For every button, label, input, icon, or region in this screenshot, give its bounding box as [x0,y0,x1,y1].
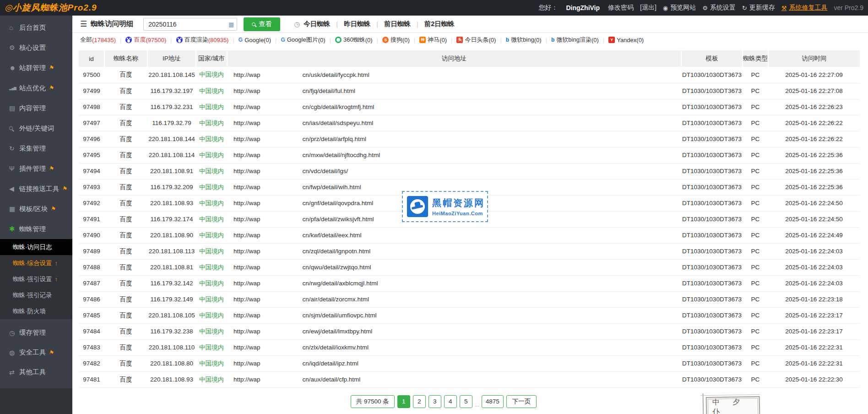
sidebar-item-templates-blocks[interactable]: ▦模板/区块⚑ [0,199,72,219]
cell-spider-name: 百度 [104,195,147,211]
filter-all[interactable]: 全部(178435) [80,36,116,44]
sidebar-subitem-spider-firewall[interactable]: 蜘蛛·防火墙 [0,303,72,319]
quick-link-0[interactable]: 今日蜘蛛 [304,20,330,28]
cell-spider-name: 百度 [104,291,147,307]
clock-icon: ◷ [294,20,300,28]
sidebar-subitem-spider-force-settings[interactable]: 蜘蛛·强引设置↑ [0,271,72,287]
sidebar-item-content-manage[interactable]: ▤内容管理 [0,98,72,118]
cell-spider-name: 百度 [104,323,147,339]
sidebar-item-core-settings[interactable]: ⚙核心设置 [0,38,72,58]
sidebar-item-site-optimize[interactable]: ▂▄▆站点优化⚑ [0,78,72,98]
greeting-text: 您好： [538,4,558,12]
cell-region: 中国境内 [196,307,227,323]
logout-link[interactable]: [退出] [640,4,656,12]
cell-template: DT1030/1030DT3673 [681,339,743,355]
cell-spider-type: PC [743,67,768,83]
cell-url: http://wapcn/aux/detail/cfp.html [227,371,681,387]
cell-spider-type: PC [743,227,768,243]
date-input[interactable] [143,18,237,31]
url-prefix: http://wap [233,376,260,383]
sidebar-item-collect-manage[interactable]: ↻采集管理 [0,138,72,158]
page-button-3[interactable]: 3 [429,395,441,408]
cell-spider-name: 百度 [104,227,147,243]
filter-baidu-render[interactable]: 百度渲染(80935) [176,36,229,44]
page-button-4[interactable]: 4 [444,395,457,408]
sidebar-item-other-tools[interactable]: ⇄其他工具 [0,362,72,382]
cell-template: DT1030/1030DT3673 [681,99,743,115]
repair-tool-link[interactable]: ⚒ 系统修复工具 [781,4,828,12]
stamp-watermark: 中 夕 仆 [706,396,760,414]
url-prefix: http://wap [233,328,260,335]
user-icon: ☻ [9,64,19,71]
view-button[interactable]: 查看 [244,17,280,31]
sidebar-item-plugin-manage[interactable]: Ψ插件管理⚑ [0,158,72,179]
filter-shenma[interactable]: 神神马(0) [419,36,447,44]
sidebar-item-label: 后台首页 [19,23,46,32]
list-icon: ☰ [80,19,87,29]
page-title: 蜘蛛访问明细 [91,19,133,29]
filter-bar: 全部(178435)|百度(97500)|百度渲染(80935)|GGoogle… [72,33,868,47]
filter-google[interactable]: GGoogle(0) [239,37,271,44]
change-password-link[interactable]: 修改密码 [608,4,634,12]
url-prefix: http://wap [233,216,260,223]
sidebar-item-site-group[interactable]: ☻站群管理⚑ [0,58,72,78]
page-button-2[interactable]: 2 [413,395,426,408]
quick-link-1[interactable]: 昨日蜘蛛 [344,20,370,28]
url-prefix: http://wap [233,104,260,110]
url-prefix: http://wap [233,120,260,126]
sidebar-item-link-push-tools[interactable]: ◀链接推送工具⚑ [0,179,72,199]
sidebar-subitem-spider-force-records[interactable]: 蜘蛛·强引记录 [0,287,72,303]
filter-360-spider[interactable]: 360蜘蛛(0) [335,36,373,44]
preview-site-link[interactable]: ◉ 预览网站 [663,4,696,12]
cell-ip: 220.181.108.105 [147,307,196,323]
sidebar-item-label: 外链/关键词 [19,124,54,133]
cell-region: 中国境内 [196,67,227,83]
filter-baidu[interactable]: 百度(97500) [125,36,166,44]
sidebar-item-security-tools[interactable]: ◍安全工具⚑ [0,343,72,362]
table-row: 97487百度116.179.32.142中国境内http://wapcn/rw… [79,275,860,291]
cell-time: 2025-01-16 22:24:49 [768,227,860,243]
sidebar-item-cache-manage[interactable]: ◷缓存管理 [0,323,72,343]
sidebar-item-spider-manage[interactable]: ✱蜘蛛管理 [0,219,72,239]
page-button-4875[interactable]: 4875 [482,395,504,408]
table-row: 97481百度220.181.108.93中国境内http://wapcn/au… [79,371,860,387]
pagination-ellipsis: ... [475,402,479,408]
cell-spider-type: PC [743,243,768,259]
cell-time: 2025-01-16 22:25:36 [768,163,860,179]
system-settings-link[interactable]: ⚙ 系统设置 [702,4,736,12]
url-prefix: http://wap [233,232,260,239]
sidebar-item-label: 站群管理 [19,64,46,72]
filter-toutiao[interactable]: 头今日头条(0) [456,36,496,44]
cell-template: DT1030/1030DT3673 [681,211,743,227]
update-cache-link[interactable]: ↻ 更新缓存 [742,4,775,12]
cell-id: 97491 [79,211,104,227]
url-suffix: cn/gnf/detail/qovpdra.html [303,200,374,207]
page-button-1[interactable]: 1 [397,395,410,408]
cell-ip: 220.181.108.93 [147,195,196,211]
sidebar-submenu: 蜘蛛·访问日志蜘蛛·综合设置↑蜘蛛·强引设置↑蜘蛛·强引记录蜘蛛·防火墙 [0,239,72,319]
cell-url: http://wapcn/mxw/detail/njftocdhg.html [227,147,681,163]
toutiao-icon: 头 [456,37,463,43]
blocks-icon: ▦ [9,205,19,212]
sidebar-subitem-spider-access-log[interactable]: 蜘蛛·访问日志 [0,239,72,255]
quick-link-3[interactable]: 前2日蜘蛛 [424,20,455,28]
filter-yandex[interactable]: YYandex(0) [608,37,644,44]
url-prefix: http://wap [233,344,260,351]
table-row: 97499百度116.179.32.197中国境内http://wapcn/fj… [79,83,860,99]
sidebar-item-links-keywords[interactable]: 外链/关键词 [0,118,72,138]
url-prefix: http://wap [233,152,260,158]
cell-spider-name: 百度 [104,147,147,163]
quick-links: ◷ 今日蜘蛛|昨日蜘蛛|前日蜘蛛|前2日蜘蛛 [294,20,455,28]
filter-bing-render[interactable]: b微软bing渲染(0) [551,36,599,44]
quick-link-2[interactable]: 前日蜘蛛 [384,20,411,28]
filter-sogou[interactable]: S搜狗(0) [382,36,410,44]
url-suffix: cn/prz/detail/arfplq.html [303,136,367,142]
filter-google-images[interactable]: GGoogle图片(0) [281,36,325,44]
sidebar-item-home[interactable]: ⌂后台首页 [0,17,72,38]
gear-icon: ⚙ [9,44,19,51]
page-button-5[interactable]: 5 [460,395,472,408]
filter-bing[interactable]: b微软bing(0) [506,36,542,44]
sidebar-subitem-spider-general-settings[interactable]: 蜘蛛·综合设置↑ [0,255,72,271]
column-header-4: 访问地址 [227,50,681,67]
next-page-button[interactable]: 下一页 [506,395,537,408]
